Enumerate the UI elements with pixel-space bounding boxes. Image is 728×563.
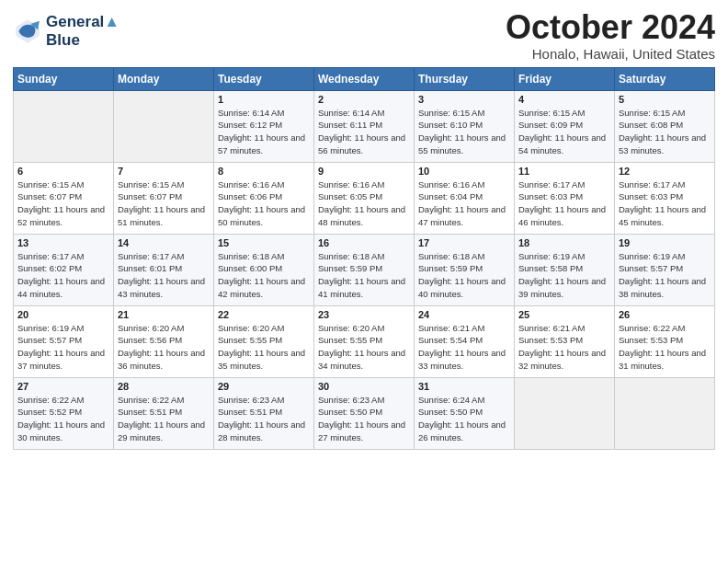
day-info: Sunrise: 6:16 AM Sunset: 6:05 PM Dayligh… xyxy=(318,178,410,229)
location: Honalo, Hawaii, United States xyxy=(506,46,715,62)
day-number: 2 xyxy=(318,94,410,105)
calendar-week-2: 6Sunrise: 6:15 AM Sunset: 6:07 PM Daylig… xyxy=(14,162,715,234)
calendar-cell: 7Sunrise: 6:15 AM Sunset: 6:07 PM Daylig… xyxy=(114,162,214,234)
day-info: Sunrise: 6:15 AM Sunset: 6:07 PM Dayligh… xyxy=(118,178,210,229)
day-info: Sunrise: 6:20 AM Sunset: 5:55 PM Dayligh… xyxy=(318,322,410,373)
day-number: 3 xyxy=(418,94,510,105)
calendar-cell: 11Sunrise: 6:17 AM Sunset: 6:03 PM Dayli… xyxy=(515,162,615,234)
day-info: Sunrise: 6:21 AM Sunset: 5:54 PM Dayligh… xyxy=(418,322,510,373)
day-number: 30 xyxy=(318,381,410,392)
day-info: Sunrise: 6:18 AM Sunset: 6:00 PM Dayligh… xyxy=(218,250,310,301)
day-info: Sunrise: 6:22 AM Sunset: 5:51 PM Dayligh… xyxy=(118,394,210,444)
calendar-cell xyxy=(515,377,615,449)
col-sunday: Sunday xyxy=(14,67,114,90)
header-row: Sunday Monday Tuesday Wednesday Thursday… xyxy=(14,67,715,90)
day-number: 8 xyxy=(218,166,310,177)
calendar-cell xyxy=(615,377,715,449)
day-info: Sunrise: 6:23 AM Sunset: 5:51 PM Dayligh… xyxy=(218,394,310,444)
day-number: 10 xyxy=(418,166,510,177)
day-info: Sunrise: 6:22 AM Sunset: 5:53 PM Dayligh… xyxy=(619,322,711,373)
calendar-cell: 30Sunrise: 6:23 AM Sunset: 5:50 PM Dayli… xyxy=(314,377,415,449)
day-number: 29 xyxy=(218,381,310,392)
day-number: 26 xyxy=(619,309,711,320)
day-number: 28 xyxy=(118,381,210,392)
day-info: Sunrise: 6:15 AM Sunset: 6:08 PM Dayligh… xyxy=(619,107,711,157)
col-friday: Friday xyxy=(515,67,615,90)
day-number: 24 xyxy=(418,309,510,320)
day-info: Sunrise: 6:20 AM Sunset: 5:55 PM Dayligh… xyxy=(218,322,310,373)
day-number: 12 xyxy=(619,166,711,177)
day-info: Sunrise: 6:20 AM Sunset: 5:56 PM Dayligh… xyxy=(118,322,210,373)
col-monday: Monday xyxy=(114,67,214,90)
calendar-cell: 21Sunrise: 6:20 AM Sunset: 5:56 PM Dayli… xyxy=(114,305,214,377)
day-info: Sunrise: 6:15 AM Sunset: 6:07 PM Dayligh… xyxy=(17,178,109,229)
calendar-week-4: 20Sunrise: 6:19 AM Sunset: 5:57 PM Dayli… xyxy=(14,305,715,377)
day-info: Sunrise: 6:18 AM Sunset: 5:59 PM Dayligh… xyxy=(418,250,510,301)
calendar-cell: 25Sunrise: 6:21 AM Sunset: 5:53 PM Dayli… xyxy=(515,305,615,377)
day-number: 16 xyxy=(318,237,410,248)
title-section: October 2024 Honalo, Hawaii, United Stat… xyxy=(506,9,715,62)
calendar-cell: 27Sunrise: 6:22 AM Sunset: 5:52 PM Dayli… xyxy=(14,377,114,449)
calendar-cell: 9Sunrise: 6:16 AM Sunset: 6:05 PM Daylig… xyxy=(314,162,415,234)
day-number: 6 xyxy=(17,166,109,177)
day-number: 20 xyxy=(17,309,109,320)
col-saturday: Saturday xyxy=(615,67,715,90)
day-number: 18 xyxy=(518,237,610,248)
calendar-week-5: 27Sunrise: 6:22 AM Sunset: 5:52 PM Dayli… xyxy=(14,377,715,449)
day-number: 15 xyxy=(218,237,310,248)
col-thursday: Thursday xyxy=(415,67,515,90)
day-info: Sunrise: 6:17 AM Sunset: 6:03 PM Dayligh… xyxy=(619,178,711,229)
day-info: Sunrise: 6:17 AM Sunset: 6:01 PM Dayligh… xyxy=(118,250,210,301)
calendar-cell: 19Sunrise: 6:19 AM Sunset: 5:57 PM Dayli… xyxy=(615,234,715,305)
day-number: 22 xyxy=(218,309,310,320)
calendar-cell: 29Sunrise: 6:23 AM Sunset: 5:51 PM Dayli… xyxy=(214,377,314,449)
day-info: Sunrise: 6:18 AM Sunset: 5:59 PM Dayligh… xyxy=(318,250,410,301)
logo-icon xyxy=(13,17,42,46)
day-number: 4 xyxy=(518,94,610,105)
calendar-cell: 5Sunrise: 6:15 AM Sunset: 6:08 PM Daylig… xyxy=(615,90,715,162)
calendar-cell: 8Sunrise: 6:16 AM Sunset: 6:06 PM Daylig… xyxy=(214,162,314,234)
day-number: 25 xyxy=(518,309,610,320)
calendar-cell: 13Sunrise: 6:17 AM Sunset: 6:02 PM Dayli… xyxy=(14,234,114,305)
day-number: 7 xyxy=(118,166,210,177)
calendar-cell: 6Sunrise: 6:15 AM Sunset: 6:07 PM Daylig… xyxy=(14,162,114,234)
calendar-cell: 18Sunrise: 6:19 AM Sunset: 5:58 PM Dayli… xyxy=(515,234,615,305)
day-info: Sunrise: 6:16 AM Sunset: 6:04 PM Dayligh… xyxy=(418,178,510,229)
month-title: October 2024 xyxy=(506,9,715,46)
day-number: 1 xyxy=(218,94,310,105)
calendar-header: Sunday Monday Tuesday Wednesday Thursday… xyxy=(14,67,715,90)
day-number: 19 xyxy=(619,237,711,248)
calendar-cell: 28Sunrise: 6:22 AM Sunset: 5:51 PM Dayli… xyxy=(114,377,214,449)
calendar-cell: 4Sunrise: 6:15 AM Sunset: 6:09 PM Daylig… xyxy=(515,90,615,162)
day-number: 21 xyxy=(118,309,210,320)
calendar-cell: 2Sunrise: 6:14 AM Sunset: 6:11 PM Daylig… xyxy=(314,90,415,162)
calendar-cell: 31Sunrise: 6:24 AM Sunset: 5:50 PM Dayli… xyxy=(415,377,515,449)
calendar-cell: 1Sunrise: 6:14 AM Sunset: 6:12 PM Daylig… xyxy=(214,90,314,162)
calendar-cell: 26Sunrise: 6:22 AM Sunset: 5:53 PM Dayli… xyxy=(615,305,715,377)
calendar-cell: 22Sunrise: 6:20 AM Sunset: 5:55 PM Dayli… xyxy=(214,305,314,377)
col-tuesday: Tuesday xyxy=(214,67,314,90)
day-number: 11 xyxy=(518,166,610,177)
calendar-cell: 23Sunrise: 6:20 AM Sunset: 5:55 PM Dayli… xyxy=(314,305,415,377)
day-info: Sunrise: 6:19 AM Sunset: 5:57 PM Dayligh… xyxy=(17,322,109,373)
day-info: Sunrise: 6:19 AM Sunset: 5:58 PM Dayligh… xyxy=(518,250,610,301)
day-info: Sunrise: 6:15 AM Sunset: 6:10 PM Dayligh… xyxy=(418,107,510,157)
day-number: 17 xyxy=(418,237,510,248)
logo: General▲ Blue xyxy=(13,13,119,49)
day-info: Sunrise: 6:21 AM Sunset: 5:53 PM Dayligh… xyxy=(518,322,610,373)
calendar-cell: 14Sunrise: 6:17 AM Sunset: 6:01 PM Dayli… xyxy=(114,234,214,305)
day-info: Sunrise: 6:24 AM Sunset: 5:50 PM Dayligh… xyxy=(418,394,510,444)
calendar-cell xyxy=(114,90,214,162)
day-number: 13 xyxy=(17,237,109,248)
calendar-cell: 17Sunrise: 6:18 AM Sunset: 5:59 PM Dayli… xyxy=(415,234,515,305)
day-info: Sunrise: 6:17 AM Sunset: 6:03 PM Dayligh… xyxy=(518,178,610,229)
day-info: Sunrise: 6:15 AM Sunset: 6:09 PM Dayligh… xyxy=(518,107,610,157)
calendar-week-1: 1Sunrise: 6:14 AM Sunset: 6:12 PM Daylig… xyxy=(14,90,715,162)
day-number: 23 xyxy=(318,309,410,320)
day-info: Sunrise: 6:22 AM Sunset: 5:52 PM Dayligh… xyxy=(17,394,109,444)
calendar-cell: 12Sunrise: 6:17 AM Sunset: 6:03 PM Dayli… xyxy=(615,162,715,234)
calendar-cell: 20Sunrise: 6:19 AM Sunset: 5:57 PM Dayli… xyxy=(14,305,114,377)
day-info: Sunrise: 6:17 AM Sunset: 6:02 PM Dayligh… xyxy=(17,250,109,301)
day-info: Sunrise: 6:19 AM Sunset: 5:57 PM Dayligh… xyxy=(619,250,711,301)
day-number: 27 xyxy=(17,381,109,392)
